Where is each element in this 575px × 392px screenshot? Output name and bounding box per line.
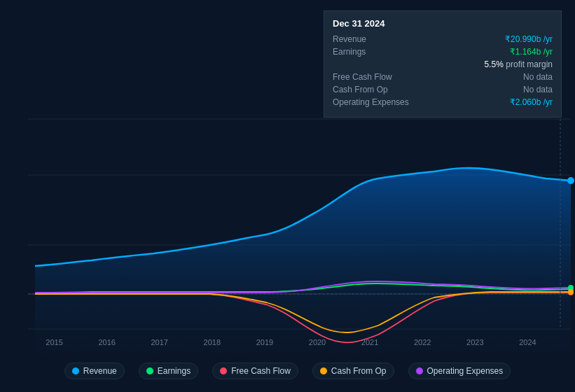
chart-svg (0, 105, 575, 357)
tooltip-value-fcf: No data (523, 72, 553, 82)
x-label-2022: 2022 (414, 338, 431, 346)
tooltip-label-opex: Operating Expenses (333, 97, 417, 107)
tooltip-value-earnings: ₹1.164b /yr (510, 47, 553, 57)
legend-dot-revenue (72, 368, 79, 374)
tooltip-row-fcf: Free Cash Flow No data (333, 72, 553, 82)
tooltip-value-cashop: No data (523, 85, 553, 94)
x-label-2020: 2020 (309, 338, 326, 346)
legend-label-earnings: Earnings (158, 366, 190, 376)
x-label-2018: 2018 (204, 338, 221, 346)
legend-item-opex[interactable]: Operating Expenses (408, 363, 511, 379)
x-label-2015: 2015 (46, 338, 62, 346)
legend-item-earnings[interactable]: Earnings (139, 363, 198, 379)
tooltip-box: Dec 31 2024 Revenue ₹20.990b /yr Earning… (324, 10, 562, 118)
tooltip-row-earnings: Earnings ₹1.164b /yr (333, 47, 553, 57)
legend-dot-cashop (320, 368, 327, 374)
x-label-2024: 2024 (519, 338, 536, 346)
x-axis: 2015 2016 2017 2018 2019 2020 2021 2022 … (0, 338, 575, 346)
tooltip-row-margin: 5.5% profit margin (333, 59, 553, 69)
x-label-2021: 2021 (361, 338, 378, 346)
svg-point-8 (567, 177, 574, 184)
tooltip-label-fcf: Free Cash Flow (333, 72, 417, 82)
tooltip-row-opex: Operating Expenses ₹2.060b /yr (333, 97, 553, 107)
tooltip-row-revenue: Revenue ₹20.990b /yr (333, 34, 553, 44)
tooltip-row-cashop: Cash From Op No data (333, 85, 553, 94)
tooltip-value-revenue: ₹20.990b /yr (505, 34, 553, 44)
legend-item-revenue[interactable]: Revenue (64, 363, 125, 379)
legend-dot-opex (416, 368, 423, 374)
legend-item-cashop[interactable]: Cash From Op (312, 363, 394, 379)
legend-dot-fcf (220, 368, 227, 374)
tooltip-date: Dec 31 2024 (333, 18, 553, 29)
x-label-2016: 2016 (98, 338, 115, 346)
legend-label-revenue: Revenue (83, 366, 117, 376)
tooltip-value-margin: 5.5% profit margin (485, 59, 553, 69)
svg-point-12 (568, 289, 574, 295)
chart-legend: Revenue Earnings Free Cash Flow Cash Fro… (0, 363, 575, 379)
x-label-2017: 2017 (151, 338, 167, 346)
x-label-2019: 2019 (256, 338, 273, 346)
tooltip-label-revenue: Revenue (333, 34, 417, 44)
tooltip-label-cashop: Cash From Op (333, 85, 417, 94)
chart-container: Dec 31 2024 Revenue ₹20.990b /yr Earning… (0, 0, 575, 392)
legend-label-fcf: Free Cash Flow (231, 366, 291, 376)
tooltip-value-opex: ₹2.060b /yr (510, 97, 553, 107)
tooltip-label-earnings: Earnings (333, 47, 417, 57)
x-label-2023: 2023 (466, 338, 483, 346)
legend-label-opex: Operating Expenses (427, 366, 504, 376)
legend-label-cashop: Cash From Op (331, 366, 387, 376)
legend-dot-earnings (146, 368, 153, 374)
legend-item-fcf[interactable]: Free Cash Flow (212, 363, 298, 379)
